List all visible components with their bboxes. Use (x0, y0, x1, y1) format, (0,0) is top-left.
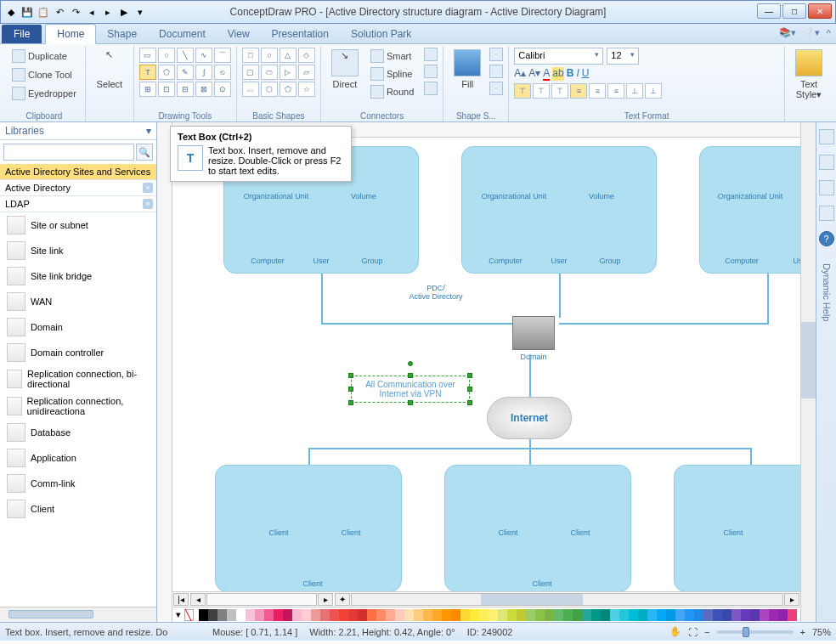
shape-item-1[interactable]: Site link (0, 238, 156, 263)
color-swatch-34[interactable] (517, 609, 526, 621)
tab-presentation[interactable]: Presentation (261, 25, 340, 43)
shape-item-9[interactable]: Application (0, 445, 156, 471)
color-swatch-56[interactable] (722, 609, 732, 621)
bs-tri[interactable]: △ (280, 48, 297, 63)
tab-solution-park[interactable]: Solution Park (340, 25, 422, 43)
shape-item-11[interactable]: Client (0, 496, 156, 522)
font-color-icon[interactable]: A (543, 67, 550, 81)
color-swatch-6[interactable] (255, 609, 264, 621)
maximize-button[interactable]: □ (782, 3, 806, 19)
bold-icon[interactable]: B (567, 67, 574, 81)
rt-icon-2[interactable] (819, 155, 834, 170)
color-swatch-30[interactable] (479, 609, 489, 621)
shape-item-7[interactable]: Replication connection, unidireactiona (0, 393, 156, 420)
color-swatch-61[interactable] (769, 609, 778, 621)
color-swatch-21[interactable] (395, 609, 404, 621)
color-swatch-32[interactable] (498, 609, 507, 621)
rt-icon-3[interactable] (819, 180, 834, 195)
bs-sq[interactable]: □ (242, 48, 259, 63)
line-style-icon[interactable] (489, 65, 503, 78)
color-swatch-29[interactable] (470, 609, 479, 621)
color-swatch-57[interactable] (732, 609, 741, 621)
color-swatch-9[interactable] (283, 609, 292, 621)
tool-line[interactable]: ╲ (177, 48, 194, 63)
color-swatch-7[interactable] (264, 609, 274, 621)
conn-opt1[interactable] (424, 48, 438, 61)
color-swatch-46[interactable] (629, 609, 638, 621)
color-swatch-28[interactable] (460, 609, 470, 621)
select-button[interactable]: ↖Select (91, 48, 128, 91)
tool-path[interactable]: ✎ (177, 65, 194, 80)
bs-pent[interactable]: ⬠ (280, 82, 297, 97)
shadow-icon[interactable] (489, 82, 503, 95)
shrink-font-icon[interactable]: A▾ (528, 67, 540, 81)
minimize-ribbon-icon[interactable]: ^ (827, 28, 831, 38)
tool-poly[interactable]: ⬠ (158, 65, 175, 80)
tool-d[interactable]: ⊠ (195, 82, 212, 97)
color-swatch-8[interactable] (274, 609, 283, 621)
diagram-box-top-right[interactable] (699, 146, 800, 274)
eyedropper-button[interactable]: Eyedropper (8, 85, 80, 102)
bs-tri2[interactable]: ▷ (280, 65, 297, 80)
color-swatch-58[interactable] (741, 609, 750, 621)
conn-opt2[interactable] (424, 65, 438, 78)
page-first[interactable]: |◂ (173, 593, 189, 606)
tool-textbox[interactable]: T (139, 65, 156, 80)
clone-tool-button[interactable]: Clone Tool (8, 66, 76, 83)
color-swatch-43[interactable] (601, 609, 610, 621)
color-swatch-47[interactable] (638, 609, 647, 621)
minimize-button[interactable]: — (757, 3, 781, 19)
bs-para[interactable]: ▱ (298, 65, 315, 80)
color-swatch-2[interactable] (217, 609, 227, 621)
color-swatch-10[interactable] (292, 609, 302, 621)
lib-entry-1[interactable]: Active Directory× (0, 180, 156, 196)
color-swatch-27[interactable] (451, 609, 460, 621)
qat-prev-icon[interactable]: ◂ (85, 5, 99, 19)
color-swatch-14[interactable] (330, 609, 339, 621)
shape-item-2[interactable]: Site link bridge (0, 263, 156, 289)
sidebar-hscroll[interactable] (0, 607, 156, 622)
bs-cir[interactable]: ○ (261, 48, 278, 63)
page-add[interactable]: ✦ (335, 593, 350, 606)
line-color-icon[interactable] (489, 48, 503, 61)
color-swatch-12[interactable] (311, 609, 320, 621)
bs-dia[interactable]: ◇ (298, 48, 315, 63)
grow-font-icon[interactable]: A▴ (514, 67, 526, 81)
color-swatch-13[interactable] (320, 609, 330, 621)
color-swatch-41[interactable] (582, 609, 591, 621)
tool-spline2[interactable]: ∫ (195, 65, 212, 80)
align-tl[interactable]: ⊤ (514, 83, 531, 99)
color-swatch-24[interactable] (423, 609, 432, 621)
zoom-out-icon[interactable]: − (704, 627, 709, 637)
highlight-icon[interactable]: ab (552, 67, 563, 81)
lib-close-2[interactable]: × (143, 199, 153, 209)
qat-drop-icon[interactable]: ▾ (133, 5, 147, 19)
library-search-button[interactable]: 🔍 (136, 144, 153, 161)
color-swatch-35[interactable] (526, 609, 535, 621)
round-button[interactable]: Round (367, 83, 417, 100)
color-swatch-38[interactable] (554, 609, 563, 621)
tool-rect[interactable]: ▭ (139, 48, 156, 63)
color-swatch-11[interactable] (302, 609, 311, 621)
font-size-combo[interactable]: 12 (607, 48, 639, 65)
color-swatch-48[interactable] (647, 609, 657, 621)
color-swatch-26[interactable] (442, 609, 451, 621)
shape-item-5[interactable]: Domain controller (0, 340, 156, 365)
color-swatch-3[interactable] (227, 609, 236, 621)
page-tab-area[interactable] (206, 593, 317, 606)
no-fill-swatch[interactable]: ╲ (184, 609, 194, 621)
italic-icon[interactable]: I (576, 67, 579, 81)
color-swatch-49[interactable] (657, 609, 666, 621)
duplicate-button[interactable]: Duplicate (8, 48, 71, 65)
page-next[interactable]: ▸ (318, 593, 333, 606)
align-ml[interactable]: ≡ (570, 83, 587, 99)
tool-c[interactable]: ⊟ (177, 82, 194, 97)
direct-button[interactable]: ↘Direct (326, 48, 364, 91)
color-swatch-63[interactable] (788, 609, 797, 621)
qat-next-icon[interactable]: ▸ (101, 5, 115, 19)
color-swatch-33[interactable] (507, 609, 517, 621)
color-swatch-36[interactable] (535, 609, 545, 621)
tool-bezier[interactable]: ⎋ (214, 65, 231, 80)
color-swatch-23[interactable] (414, 609, 423, 621)
rt-icon-4[interactable] (819, 206, 834, 221)
